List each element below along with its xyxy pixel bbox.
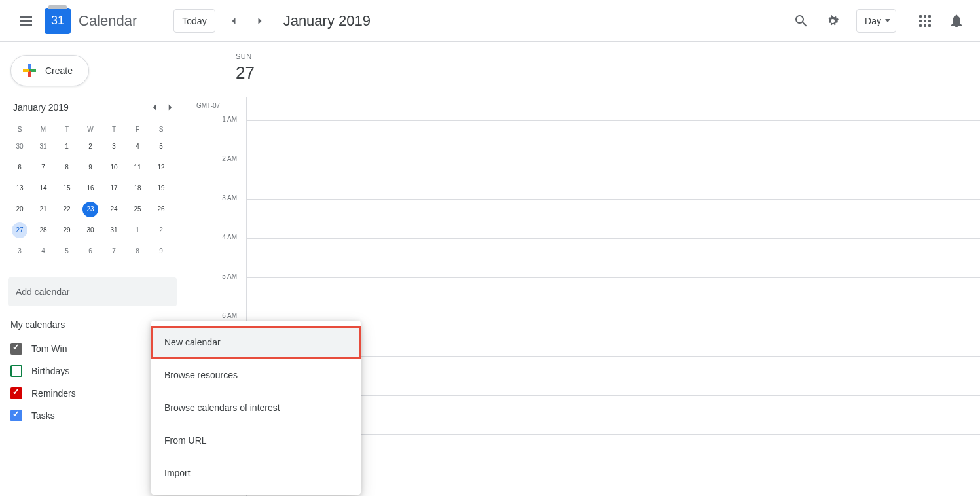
mini-dow: M <box>31 120 55 139</box>
mini-day[interactable]: 21 <box>31 202 55 222</box>
mini-day[interactable]: 26 <box>149 202 173 222</box>
app-title: Calendar <box>79 12 137 29</box>
hour-row[interactable] <box>246 160 980 199</box>
chevron-left-icon <box>149 101 160 113</box>
mini-day[interactable]: 24 <box>102 202 126 222</box>
mini-day[interactable]: 4 <box>126 139 149 160</box>
add-calendar-placeholder: Add calendar <box>16 287 70 297</box>
next-period-button[interactable] <box>247 8 273 34</box>
mini-day[interactable]: 19 <box>149 181 173 202</box>
view-selector-label: Day <box>865 16 881 26</box>
view-selector-button[interactable]: Day <box>856 9 896 33</box>
calendar-logo-icon: 31 <box>45 8 71 34</box>
mini-day[interactable]: 2 <box>149 222 173 243</box>
chevron-left-icon <box>227 14 240 27</box>
mini-day[interactable]: 17 <box>102 181 126 202</box>
hour-row[interactable] <box>246 199 980 238</box>
mini-day[interactable]: 18 <box>126 181 149 202</box>
mini-day[interactable]: 6 <box>8 160 31 181</box>
mini-day[interactable]: 28 <box>31 222 55 243</box>
mini-day[interactable]: 11 <box>126 160 149 181</box>
prev-period-button[interactable] <box>221 8 247 34</box>
add-calendar-input[interactable]: Add calendar <box>8 277 177 306</box>
mini-day[interactable]: 27 <box>8 222 31 243</box>
mini-day[interactable]: 9 <box>79 160 102 181</box>
mini-dow: T <box>55 120 79 139</box>
hour-label: 1 AM <box>222 116 237 123</box>
mini-day[interactable]: 14 <box>31 181 55 202</box>
mini-day[interactable]: 8 <box>126 243 149 264</box>
mini-day[interactable]: 12 <box>149 160 173 181</box>
google-apps-button[interactable] <box>912 8 938 34</box>
mini-day[interactable]: 1 <box>55 139 79 160</box>
mini-day[interactable]: 3 <box>102 139 126 160</box>
apps-grid-icon <box>919 15 931 27</box>
hour-row[interactable] <box>246 120 980 160</box>
main-menu-button[interactable] <box>10 5 42 37</box>
bell-icon <box>949 13 964 29</box>
hour-row[interactable] <box>246 238 980 277</box>
hour-label: 2 AM <box>222 155 237 162</box>
mini-day[interactable]: 23 <box>79 202 102 222</box>
create-button[interactable]: Create <box>10 55 89 86</box>
mini-day[interactable]: 13 <box>8 181 31 202</box>
calendar-checkbox[interactable] <box>10 387 22 399</box>
mini-prev-month-button[interactable] <box>147 99 162 115</box>
mini-day[interactable]: 5 <box>55 243 79 264</box>
calendar-checkbox[interactable] <box>10 343 22 355</box>
mini-day[interactable]: 20 <box>8 202 31 222</box>
chevron-right-icon <box>164 101 176 113</box>
hour-label: 4 AM <box>222 234 237 241</box>
dropdown-item[interactable]: Browse resources <box>151 359 361 391</box>
hour-label: 6 AM <box>222 312 237 319</box>
mini-day[interactable]: 10 <box>102 160 126 181</box>
calendar-checkbox[interactable] <box>10 410 22 421</box>
mini-dow: T <box>102 120 126 139</box>
search-button[interactable] <box>788 8 814 34</box>
mini-day[interactable]: 15 <box>55 181 79 202</box>
mini-day[interactable]: 6 <box>79 243 102 264</box>
mini-day[interactable]: 31 <box>102 222 126 243</box>
day-number: 27 <box>236 63 255 83</box>
mini-calendar-title: January 2019 <box>13 102 69 113</box>
calendar-checkbox[interactable] <box>10 365 22 377</box>
calendar-label: Birthdays <box>31 366 69 376</box>
settings-button[interactable] <box>820 8 846 34</box>
mini-day[interactable]: 5 <box>149 139 173 160</box>
chevron-down-icon <box>885 19 890 22</box>
mini-day[interactable]: 7 <box>31 160 55 181</box>
mini-day[interactable]: 8 <box>55 160 79 181</box>
calendar-label: Tasks <box>31 410 55 421</box>
mini-day[interactable]: 9 <box>149 243 173 264</box>
hour-label: 3 AM <box>222 194 237 202</box>
mini-day[interactable]: 7 <box>102 243 126 264</box>
mini-day[interactable]: 1 <box>126 222 149 243</box>
mini-dow: F <box>126 120 149 139</box>
dropdown-item[interactable]: From URL <box>151 424 361 457</box>
dropdown-item[interactable]: Import <box>151 457 361 489</box>
hour-row[interactable] <box>246 277 980 317</box>
hour-label: 5 AM <box>222 273 237 280</box>
mini-day[interactable]: 3 <box>8 243 31 264</box>
mini-day[interactable]: 4 <box>31 243 55 264</box>
mini-day[interactable]: 30 <box>79 222 102 243</box>
mini-next-month-button[interactable] <box>162 99 178 115</box>
mini-calendar-grid: SMTWTFS303112345678910111213141516171819… <box>8 120 183 264</box>
notifications-button[interactable] <box>943 8 970 34</box>
mini-day[interactable]: 16 <box>79 181 102 202</box>
dropdown-item[interactable]: Browse calendars of interest <box>151 391 361 424</box>
mini-day[interactable]: 2 <box>79 139 102 160</box>
hamburger-icon <box>20 16 32 26</box>
mini-day[interactable]: 31 <box>31 139 55 160</box>
calendar-label: Tom Win <box>31 344 67 354</box>
mini-day[interactable]: 30 <box>8 139 31 160</box>
header: 31 Calendar Today January 2019 Day <box>0 0 980 42</box>
chevron-right-icon <box>253 14 266 27</box>
mini-day[interactable]: 22 <box>55 202 79 222</box>
dropdown-item[interactable]: New calendar <box>151 326 361 359</box>
add-calendar-dropdown: New calendarBrowse resourcesBrowse calen… <box>151 321 361 495</box>
mini-day[interactable]: 25 <box>126 202 149 222</box>
today-button[interactable]: Today <box>173 9 215 33</box>
search-icon <box>793 13 809 29</box>
mini-day[interactable]: 29 <box>55 222 79 243</box>
